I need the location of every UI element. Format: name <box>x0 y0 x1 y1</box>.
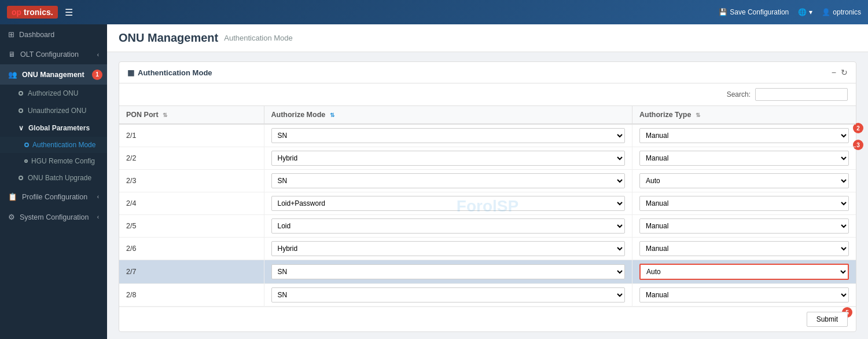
select-auth-type-r6[interactable]: ManualAuto <box>639 241 849 256</box>
select-auth-mode-r3[interactable]: SNHybridLoid+PasswordLoidPassword <box>271 173 626 188</box>
sidebar: ⊞ Dashboard 🖥 OLT Configuration ‹ 👥 ONU … <box>0 24 107 339</box>
cell-auth-type-r2: ManualAuto <box>632 147 856 170</box>
header-right: 💾 Save Configuration 🌐 ▾ 👤 optronics <box>719 8 861 16</box>
sidebar-item-unauthorized-onu[interactable]: Unauthorized ONU <box>0 102 107 119</box>
cell-pon-r5: 2/5 <box>119 215 264 238</box>
table-head: PON Port ⇅ Authorize Mode ⇅ Authorize Ty… <box>119 106 856 124</box>
cell-auth-type-r1: ManualAuto <box>632 124 856 147</box>
main-content: ONU Management Authentication Mode ▦ Aut… <box>107 24 868 339</box>
select-auth-mode-r1[interactable]: SNHybridLoid+PasswordLoidPassword <box>271 128 626 143</box>
table-row: 2/5SNHybridLoid+PasswordLoidPasswordManu… <box>119 215 856 238</box>
sidebar-label-dashboard: Dashboard <box>19 31 54 39</box>
select-auth-type-r5[interactable]: ManualAuto <box>639 218 849 234</box>
sidebar-item-profile-config[interactable]: 📋 Profile Configuration ‹ <box>0 187 107 207</box>
sidebar-item-authorized-onu[interactable]: Authorized ONU <box>0 85 107 102</box>
submit-label: Submit <box>816 315 838 323</box>
select-auth-mode-r5[interactable]: SNHybridLoid+PasswordLoidPassword <box>271 218 626 234</box>
sidebar-label-global-params: Global Parameters <box>28 124 90 132</box>
save-icon: 💾 <box>719 8 727 16</box>
th-authorize-type[interactable]: Authorize Type ⇅ <box>632 106 856 124</box>
auth-mode-circle-icon <box>24 143 29 147</box>
layout: ⊞ Dashboard 🖥 OLT Configuration ‹ 👥 ONU … <box>0 24 868 339</box>
table-row: 2/2SNHybridLoid+PasswordLoidPasswordManu… <box>119 147 856 170</box>
cell-pon-r4: 2/4 <box>119 192 264 215</box>
cell-auth-type-r4: ManualAuto <box>632 192 856 215</box>
authorize-mode-sort-icon: ⇅ <box>330 112 334 118</box>
sidebar-item-system-config[interactable]: ⚙ System Configuration ‹ <box>0 207 107 227</box>
cell-auth-mode-r7: SNHybridLoid+PasswordLoidPassword <box>264 260 632 284</box>
sidebar-item-auth-mode[interactable]: Authentication Mode 3 <box>0 137 107 153</box>
select-auth-mode-r4[interactable]: SNHybridLoid+PasswordLoidPassword <box>271 196 626 211</box>
card-header-actions: − ↻ <box>832 68 848 77</box>
onu-batch-circle-icon <box>19 176 23 180</box>
table-row: 2/4SNHybridLoid+PasswordLoidPasswordManu… <box>119 192 856 215</box>
cell-auth-type-r3: ManualAuto <box>632 170 856 192</box>
logo-prefix: op <box>12 8 21 17</box>
th-authorize-mode[interactable]: Authorize Mode ⇅ <box>264 106 632 124</box>
globe-btn[interactable]: 🌐 ▾ <box>798 8 812 16</box>
onu-mgmt-icon: 👥 <box>8 70 17 79</box>
cell-auth-mode-r3: SNHybridLoid+PasswordLoidPassword <box>264 170 632 192</box>
hamburger-icon[interactable]: ☰ <box>65 7 73 18</box>
card-title: ▦ Authentication Mode <box>127 68 212 77</box>
cell-auth-type-r5: ManualAuto <box>632 215 856 238</box>
user-btn[interactable]: 👤 optronics <box>822 8 861 16</box>
cell-auth-mode-r6: SNHybridLoid+PasswordLoidPassword <box>264 238 632 260</box>
table-row: 2/1SNHybridLoid+PasswordLoidPasswordManu… <box>119 124 856 147</box>
user-icon: 👤 <box>822 8 830 16</box>
select-auth-type-r3[interactable]: ManualAuto <box>639 173 849 188</box>
card-footer: 5 Submit <box>119 307 856 331</box>
sidebar-label-auth-mode: Authentication Mode <box>32 141 95 149</box>
select-auth-mode-r6[interactable]: SNHybridLoid+PasswordLoidPassword <box>271 241 626 256</box>
globe-icon: 🌐 <box>798 8 807 16</box>
auth-mode-card: ▦ Authentication Mode − ↻ Search: ForolS… <box>119 61 856 332</box>
card-header: ▦ Authentication Mode − ↻ <box>119 62 856 83</box>
onu-mgmt-badge: 1 <box>92 70 102 80</box>
authorized-onu-circle-icon <box>19 91 23 96</box>
select-auth-mode-r7[interactable]: SNHybridLoid+PasswordLoidPassword <box>271 264 626 279</box>
search-input[interactable] <box>755 88 848 101</box>
sidebar-label-olt: OLT Configuration <box>20 50 79 59</box>
select-auth-type-r1[interactable]: ManualAuto <box>639 128 849 143</box>
monitor-icon: 🖥 <box>8 50 16 59</box>
select-auth-type-r4[interactable]: ManualAuto <box>639 196 849 211</box>
header-left: optronics. ☰ <box>7 6 73 19</box>
select-auth-mode-r2[interactable]: SNHybridLoid+PasswordLoidPassword <box>271 151 626 166</box>
sidebar-label-authorized-onu: Authorized ONU <box>28 89 78 97</box>
cell-pon-r7: 2/7 <box>119 260 264 284</box>
table-row: 2/8SNHybridLoid+PasswordLoidPasswordManu… <box>119 284 856 307</box>
select-auth-type-r2[interactable]: ManualAuto <box>639 151 849 166</box>
th-pon-port-label: PON Port <box>126 111 159 119</box>
submit-btn-wrapper: 5 Submit <box>807 312 848 327</box>
cell-auth-mode-r4: SNHybridLoid+PasswordLoidPassword <box>264 192 632 215</box>
olt-arrow-icon: ‹ <box>97 52 99 58</box>
refresh-btn[interactable]: ↻ <box>841 68 848 77</box>
sidebar-label-system-config: System Configuration <box>20 213 89 221</box>
profile-arrow-icon: ‹ <box>97 194 99 200</box>
table-header-row: PON Port ⇅ Authorize Mode ⇅ Authorize Ty… <box>119 106 856 124</box>
select-auth-type-r7[interactable]: ManualAuto <box>639 264 849 280</box>
select-auth-mode-r8[interactable]: SNHybridLoid+PasswordLoidPassword <box>271 287 626 302</box>
sidebar-item-onu-mgmt[interactable]: 👥 ONU Management ‹ 1 <box>0 64 107 85</box>
logo-text: tronics. <box>24 8 53 17</box>
th-pon-port[interactable]: PON Port ⇅ <box>119 106 264 124</box>
table-row: 2/6SNHybridLoid+PasswordLoidPasswordManu… <box>119 238 856 260</box>
cell-pon-r3: 2/3 <box>119 170 264 192</box>
sidebar-item-olt-config[interactable]: 🖥 OLT Configuration ‹ <box>0 45 107 64</box>
save-config-btn[interactable]: 💾 Save Configuration <box>719 8 789 16</box>
select-auth-type-r8[interactable]: ManualAuto <box>639 287 849 302</box>
sidebar-item-global-params[interactable]: ∨ Global Parameters 2 <box>0 119 107 137</box>
data-table: PON Port ⇅ Authorize Mode ⇅ Authorize Ty… <box>119 106 856 307</box>
minimize-btn[interactable]: − <box>832 68 836 77</box>
sidebar-item-onu-batch[interactable]: ONU Batch Upgrade <box>0 169 107 187</box>
sidebar-item-dashboard[interactable]: ⊞ Dashboard <box>0 24 107 45</box>
pon-port-sort-icon: ⇅ <box>163 112 167 118</box>
sidebar-item-hgu-remote[interactable]: HGU Remote Config <box>0 153 107 169</box>
submit-button[interactable]: Submit <box>807 312 848 327</box>
table-icon: ▦ <box>127 68 134 77</box>
sidebar-label-onu-mgmt: ONU Management <box>22 71 84 79</box>
table-row: 2/7SNHybridLoid+PasswordLoidPasswordManu… <box>119 260 856 284</box>
cell-pon-r1: 2/1 <box>119 124 264 147</box>
user-label: optronics <box>833 8 861 16</box>
table-row: 2/3SNHybridLoid+PasswordLoidPasswordManu… <box>119 170 856 192</box>
